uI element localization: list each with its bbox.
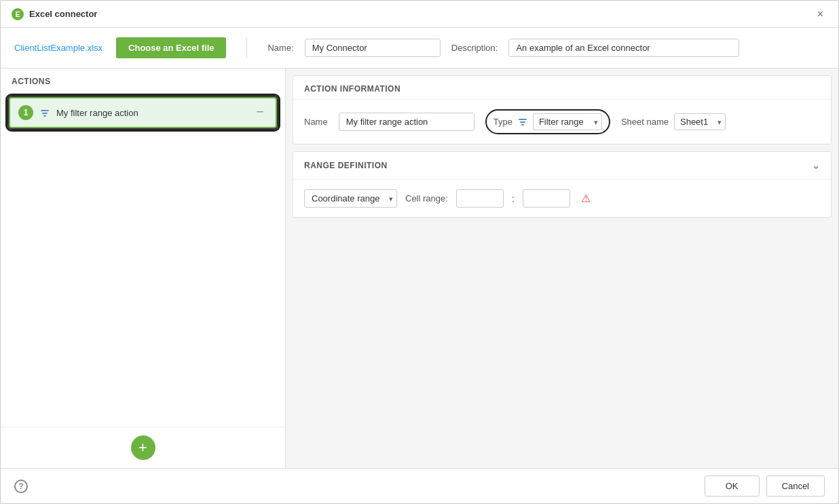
- left-panel: Actions 1 My filter range action: [1, 69, 286, 468]
- add-action-button[interactable]: +: [131, 435, 155, 460]
- type-filter-icon: [518, 117, 527, 128]
- action-number: 1: [18, 105, 33, 120]
- type-label: Type: [493, 117, 512, 127]
- add-action-row: +: [1, 427, 285, 468]
- type-field-wrapper: Type Filter range Read range: [485, 109, 610, 134]
- sheet-name-label: Sheet name: [621, 117, 669, 127]
- ok-button[interactable]: OK: [705, 476, 760, 497]
- coord-range-select[interactable]: Coordinate range Named range: [304, 189, 397, 208]
- cell-end-input[interactable]: [523, 189, 570, 208]
- top-section: ClientListExample.xlsx Choose an Excel f…: [1, 28, 838, 69]
- choose-file-button[interactable]: Choose an Excel file: [116, 37, 226, 58]
- svg-rect-5: [257, 111, 263, 113]
- colon-separator: :: [512, 193, 515, 204]
- actions-header: Actions: [1, 69, 285, 92]
- action-name-input[interactable]: [339, 113, 474, 131]
- coord-range-select-wrapper: Coordinate range Named range: [304, 189, 397, 208]
- main-content: Actions 1 My filter range action: [1, 69, 838, 468]
- name-label: Name:: [267, 43, 293, 53]
- sheet-select[interactable]: Sheet1 Sheet2: [674, 113, 726, 130]
- sheet-field: Sheet name Sheet1 Sheet2: [621, 113, 726, 130]
- app-icon: E: [12, 8, 24, 20]
- action-delete-button[interactable]: [253, 106, 267, 120]
- cell-range-label: Cell range:: [405, 193, 448, 203]
- connector-description-input[interactable]: [508, 39, 739, 57]
- action-name: My filter range action: [56, 108, 246, 118]
- action-info-title: Action Information: [293, 76, 831, 100]
- right-panel: Action Information Name Type: [286, 69, 838, 468]
- type-select-wrapper: Filter range Read range Write range: [533, 113, 602, 130]
- collapse-icon[interactable]: ⌄: [812, 160, 821, 171]
- svg-rect-3: [42, 113, 48, 114]
- action-info-card: Action Information Name Type: [293, 75, 832, 144]
- range-body: Coordinate range Named range Cell range:…: [293, 180, 831, 217]
- range-definition-card: Range definition ⌄ Coordinate range Name…: [293, 151, 832, 218]
- excel-connector-dialog: E Excel connector × ClientListExample.xl…: [0, 0, 839, 504]
- cancel-button[interactable]: Cancel: [766, 476, 825, 497]
- file-link[interactable]: ClientListExample.xlsx: [14, 43, 102, 53]
- range-header: Range definition ⌄: [293, 152, 831, 180]
- actions-list: 1 My filter range action: [1, 92, 285, 427]
- svg-text:E: E: [16, 11, 20, 18]
- vertical-divider: [246, 37, 247, 58]
- svg-rect-7: [520, 121, 525, 123]
- cell-start-input[interactable]: [456, 189, 504, 208]
- bottom-buttons: OK Cancel: [705, 476, 825, 497]
- svg-rect-2: [41, 110, 49, 111]
- sheet-select-wrapper: Sheet1 Sheet2: [674, 113, 726, 130]
- svg-rect-4: [43, 115, 46, 117]
- bottom-bar: ? OK Cancel: [1, 468, 838, 503]
- action-item[interactable]: 1 My filter range action: [9, 97, 277, 128]
- svg-rect-8: [521, 124, 524, 125]
- error-icon: ⚠: [581, 192, 591, 205]
- dialog-title: Excel connector: [29, 9, 97, 19]
- connector-name-input[interactable]: [305, 39, 441, 57]
- close-button[interactable]: ×: [813, 7, 827, 22]
- range-title: Range definition: [304, 161, 388, 170]
- description-label: Description:: [451, 43, 498, 53]
- title-bar-left: E Excel connector: [12, 8, 97, 20]
- action-name-label: Name: [304, 117, 328, 127]
- title-bar: E Excel connector ×: [1, 1, 838, 28]
- type-select[interactable]: Filter range Read range Write range: [533, 113, 602, 130]
- svg-rect-6: [519, 119, 527, 120]
- help-icon[interactable]: ?: [14, 480, 28, 493]
- action-info-body: Name Type: [293, 100, 831, 144]
- name-desc-row: Name: Description:: [267, 39, 825, 57]
- filter-icon: [40, 107, 50, 118]
